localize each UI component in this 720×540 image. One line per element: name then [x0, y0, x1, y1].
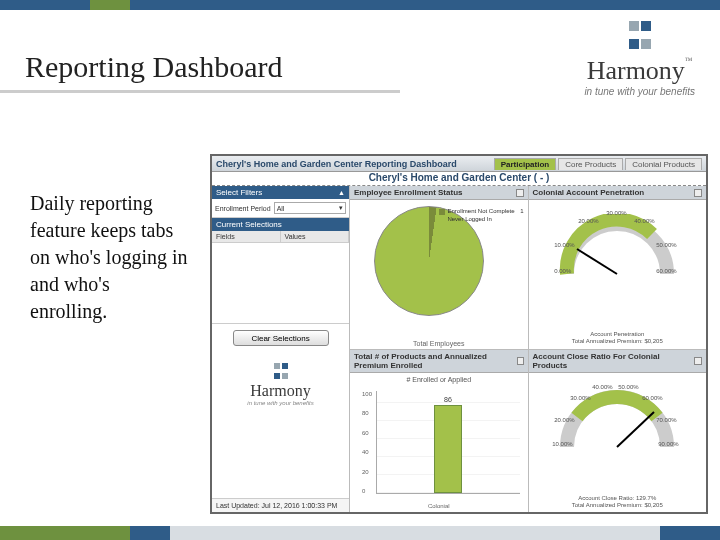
- collapse-icon[interactable]: ▲: [338, 189, 345, 196]
- pie-legend: Enrollment Not Complete 1 Never Logged I…: [439, 208, 523, 224]
- gauge-footer-line: Total Annualized Premium: $0,205: [533, 338, 703, 345]
- brand-logo: Harmony™ in tune with your benefits: [584, 18, 695, 97]
- dashboard-screenshot: Cheryl's Home and Garden Center Reportin…: [210, 154, 708, 514]
- gauge-footer-line: Total Annualized Premium: $0,205: [533, 502, 703, 509]
- svg-line-0: [577, 249, 617, 274]
- bar-xlabel: Colonial: [350, 503, 528, 509]
- title-underline: [0, 90, 400, 93]
- tab-colonial-products[interactable]: Colonial Products: [625, 158, 702, 170]
- dashboard-window-title: Cheryl's Home and Garden Center Reportin…: [216, 159, 492, 169]
- expand-icon[interactable]: [694, 357, 702, 365]
- card-title: Account Close Ratio For Colonial Product…: [533, 352, 695, 370]
- bar-colonial: 86: [434, 405, 462, 493]
- gauge-tick: 60.00%: [656, 268, 676, 274]
- brand-name: Harmony: [212, 382, 349, 400]
- legend-value: 1: [520, 208, 523, 216]
- card-title: Colonial Account Penetration: [533, 188, 645, 197]
- gauge-tick: 0.00%: [554, 268, 571, 274]
- legend-swatch-icon: [439, 209, 445, 215]
- selections-header: Current Selections: [212, 218, 349, 231]
- svg-line-1: [617, 412, 654, 447]
- selections-col-fields: Fields: [212, 231, 281, 242]
- dashboard-right-panel: Employee Enrollment Status Enrollment No…: [350, 186, 706, 512]
- bar-value: 86: [435, 396, 461, 403]
- selections-col-values: Values: [281, 231, 350, 242]
- card-close-ratio: Account Close Ratio For Colonial Product…: [529, 350, 707, 513]
- legend-label: Enrollment Not Complete: [447, 208, 514, 216]
- filter-label: Enrollment Period: [215, 205, 271, 212]
- gauge-tick: 30.00%: [570, 395, 590, 401]
- selections-header-label: Current Selections: [216, 220, 282, 229]
- card-title: Total # of Products and Annualized Premi…: [354, 352, 517, 370]
- dashboard-left-panel: Select Filters▲ Enrollment Period All▾ C…: [212, 186, 350, 512]
- gauge-tick: 40.00%: [634, 218, 654, 224]
- legend-swatch-icon: [439, 217, 445, 223]
- slide-body-text: Daily reporting feature keeps tabs on wh…: [30, 190, 190, 325]
- chevron-down-icon: ▾: [339, 204, 343, 212]
- bar-y-axis: 020406080100: [362, 391, 374, 495]
- slide-title: Reporting Dashboard: [25, 50, 282, 84]
- brand-mark-icon: [273, 362, 289, 382]
- dashboard-banner: Cheryl's Home and Garden Center ( - ): [212, 172, 706, 186]
- gauge-footer-line: Account Penetration: [533, 331, 703, 338]
- card-account-penetration: Colonial Account Penetration 0.00% 10.00…: [529, 186, 707, 349]
- gauge-tick: 50.00%: [618, 384, 638, 390]
- expand-icon[interactable]: [516, 189, 524, 197]
- gauge-tick: 10.00%: [552, 441, 572, 447]
- clear-selections-button[interactable]: Clear Selections: [233, 330, 329, 346]
- gauge-chart: 10.00% 20.00% 30.00% 40.00% 50.00% 60.00…: [552, 387, 682, 457]
- bar-chart: 86: [376, 391, 520, 495]
- last-updated-text: Last Updated: Jul 12, 2016 1:00:33 PM: [212, 498, 349, 512]
- dashboard-header: Cheryl's Home and Garden Center Reportin…: [212, 156, 706, 172]
- gauge-chart: 0.00% 10.00% 20.00% 30.00% 40.00% 50.00%…: [552, 214, 682, 284]
- card-title: Employee Enrollment Status: [354, 188, 462, 197]
- filter-value: All: [277, 205, 285, 212]
- gauge-footer: Account Close Ratio: 129.7% Total Annual…: [533, 495, 703, 509]
- bar-subtitle: # Enrolled or Applied: [350, 376, 528, 383]
- gauge-footer-line: Account Close Ratio: 129.7%: [533, 495, 703, 502]
- brand-tagline: in tune with your benefits: [584, 86, 695, 97]
- filters-header-label: Select Filters: [216, 188, 262, 197]
- enrollment-period-select[interactable]: All▾: [274, 202, 346, 214]
- filter-row: Enrollment Period All▾: [212, 199, 349, 218]
- gauge-tick: 20.00%: [578, 218, 598, 224]
- gauge-tick: 40.00%: [592, 384, 612, 390]
- tab-core-products[interactable]: Core Products: [558, 158, 623, 170]
- gauge-footer: Account Penetration Total Annualized Pre…: [533, 331, 703, 345]
- brand-name-text: Harmony: [587, 56, 685, 85]
- brand-name: Harmony™: [584, 56, 695, 86]
- slide-top-accent: [0, 0, 720, 10]
- selections-table: FieldsValues: [212, 231, 349, 324]
- gauge-tick: 70.00%: [656, 417, 676, 423]
- expand-icon[interactable]: [694, 189, 702, 197]
- gauge-tick: 20.00%: [554, 417, 574, 423]
- tab-participation[interactable]: Participation: [494, 158, 556, 170]
- pie-xlabel: Total Employees: [350, 340, 528, 347]
- trademark-icon: ™: [685, 56, 693, 65]
- legend-label: Never Logged In: [447, 216, 491, 224]
- gauge-tick: 50.00%: [656, 242, 676, 248]
- slide-bottom-accent: [0, 526, 720, 540]
- gauge-tick: 90.00%: [658, 441, 678, 447]
- gauge-tick: 10.00%: [554, 242, 574, 248]
- filters-header: Select Filters▲: [212, 186, 349, 199]
- gauge-tick: 30.00%: [606, 210, 626, 216]
- card-products-enrolled: Total # of Products and Annualized Premi…: [350, 350, 529, 513]
- gauge-tick: 60.00%: [642, 395, 662, 401]
- expand-icon[interactable]: [517, 357, 524, 365]
- dashboard-brand-logo: Harmony in tune with your benefits: [212, 362, 349, 406]
- card-employee-enrollment: Employee Enrollment Status Enrollment No…: [350, 186, 529, 349]
- brand-mark-icon: [628, 18, 652, 54]
